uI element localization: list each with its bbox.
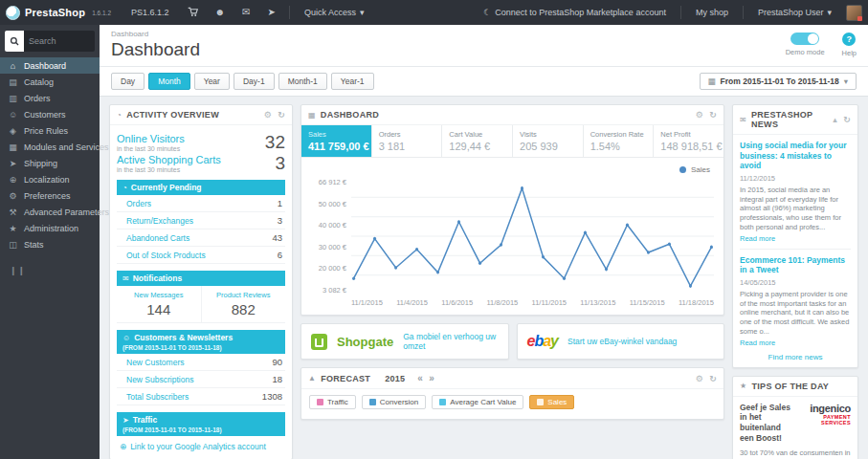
news-panel-icon: ✉	[740, 116, 746, 124]
currently-pending-header: ◔ Currently Pending	[117, 180, 285, 195]
search-icon[interactable]	[5, 31, 24, 52]
product-reviews-stat[interactable]: Product Reviews 882	[201, 286, 286, 322]
gear-icon[interactable]: ⚙	[696, 374, 703, 383]
sidebar-item-price-rules[interactable]: ◈ Price Rules	[0, 122, 100, 139]
new-customers-link[interactable]: New Customers	[126, 358, 184, 367]
online-visitors-value: 32	[265, 133, 285, 151]
sidebar-item-advanced-parameters[interactable]: ⚒ Advanced Parameters	[0, 204, 100, 220]
x-tick: 11/11/2015	[532, 298, 567, 307]
kpi-orders[interactable]: Orders 3 181	[372, 125, 443, 157]
total-subscribers-link[interactable]: Total Subscribers	[126, 392, 189, 402]
forecast-chip-conversion[interactable]: Conversion	[362, 395, 426, 409]
launch-icon[interactable]: ➤	[263, 8, 278, 17]
forecast-chip-sales[interactable]: Sales	[529, 395, 574, 409]
sidebar-item-stats[interactable]: ◫ Stats	[0, 236, 100, 252]
refresh-icon[interactable]: ↻	[278, 110, 285, 120]
search-input[interactable]	[24, 36, 95, 46]
new-messages-stat[interactable]: New Messages 144	[117, 286, 201, 322]
active-carts-label: Active Shopping Carts	[117, 154, 221, 165]
shop-name-link[interactable]: PS1.6.1.2	[126, 0, 174, 25]
sidebar-item-administration[interactable]: ★ Administration	[0, 220, 100, 236]
forecast-chip-average-cart-value[interactable]: Average Cart Value	[432, 395, 523, 409]
collapse-icon[interactable]: ▴	[833, 115, 837, 124]
out-of-stock-link[interactable]: Out of Stock Products	[126, 251, 206, 260]
prestashop-news-panel: ✉ PRESTASHOP NEWS ▴ ↻ Using social media…	[732, 104, 858, 368]
user-avatar[interactable]	[846, 5, 862, 21]
kpi-conversion-rate[interactable]: Conversion Rate 1.54%	[584, 125, 655, 157]
new-customers-value: 90	[272, 357, 282, 367]
refresh-icon[interactable]: ↻	[843, 115, 851, 124]
demo-mode-toggle[interactable]	[790, 33, 819, 45]
sidebar-item-localization[interactable]: ⊕ Localization	[0, 171, 100, 187]
modules-icon: ▦	[8, 142, 18, 152]
topbar-separator	[680, 6, 681, 19]
x-tick: 11/4/2015	[396, 298, 428, 307]
sidebar-item-customers[interactable]: ☺ Customers	[0, 106, 100, 122]
filter-year-button[interactable]: Year	[194, 73, 230, 90]
sidebar-item-catalog[interactable]: ▤ Catalog	[0, 74, 100, 90]
moon-icon: ☾	[483, 8, 491, 17]
filter-month-1-button[interactable]: Month-1	[278, 73, 327, 90]
gear-icon[interactable]: ⚙	[264, 110, 272, 120]
user-menu[interactable]: PrestaShop User ▾	[753, 0, 836, 25]
pending-returns-link[interactable]: Return/Exchanges	[126, 216, 193, 226]
cart-icon[interactable]	[184, 7, 202, 19]
new-subscriptions-link[interactable]: New Subscriptions	[126, 375, 193, 384]
news-article-headline[interactable]: Using social media for your business: 4 …	[740, 141, 851, 171]
chart-plot-area	[351, 178, 714, 295]
tips-body-text: 30 tot 70% van de consumenten in Europa …	[740, 448, 851, 459]
news-article-headline[interactable]: Ecommerce 101: Payments in a Tweet	[740, 255, 851, 275]
kpi-label: Orders	[379, 130, 435, 139]
active-carts-stat[interactable]: Active Shopping Carts in the last 30 min…	[117, 154, 285, 173]
read-more-link[interactable]: Read more	[740, 339, 775, 347]
pending-orders-link[interactable]: Orders	[126, 199, 151, 208]
product-reviews-value: 882	[204, 301, 284, 317]
filter-day-button[interactable]: Day	[111, 73, 145, 90]
forecast-next-button[interactable]: »	[429, 373, 434, 383]
ebay-module-link[interactable]: Start uw eBay-winkel vandaag	[568, 337, 677, 346]
filter-month-button[interactable]: Month	[148, 73, 190, 90]
help-icon[interactable]: ?	[842, 33, 856, 46]
marketplace-connect-link[interactable]: ☾ Connect to PrestaShop Marketplace acco…	[479, 0, 671, 25]
active-carts-sub: in the last 30 minutes	[117, 166, 221, 173]
breadcrumb[interactable]: Dashboard	[111, 30, 857, 38]
filter-year-1-button[interactable]: Year-1	[331, 73, 374, 90]
marketplace-link-label: Connect to PrestaShop Marketplace accoun…	[495, 8, 666, 17]
catalog-icon: ▤	[8, 77, 18, 87]
date-range-picker[interactable]: ▦ From 2015-11-01 To 2015-11-18 ▾	[700, 73, 857, 90]
sidebar-item-dashboard[interactable]: ⌂ Dashboard	[0, 57, 100, 74]
sidebar-item-orders[interactable]: ▥ Orders	[0, 90, 100, 106]
kpi-cart-value[interactable]: Cart Value 129,44 €	[442, 125, 513, 157]
my-shop-link[interactable]: My shop	[691, 0, 733, 25]
gear-icon[interactable]: ⚙	[696, 110, 703, 120]
employee-icon[interactable]: ☻	[211, 8, 230, 17]
refresh-icon[interactable]: ↻	[709, 374, 717, 383]
kpi-visits[interactable]: Visits 205 939	[513, 125, 584, 157]
online-visitors-stat[interactable]: Online Visitors in the last 30 minutes 3…	[117, 133, 285, 152]
filter-day-1-button[interactable]: Day-1	[234, 73, 275, 90]
abandoned-carts-link[interactable]: Abandoned Carts	[126, 233, 189, 243]
shopgate-module-link[interactable]: Ga mobiel en verhoog uw omzet	[403, 332, 498, 351]
messages-icon[interactable]: ✉	[238, 8, 254, 17]
kpi-sales[interactable]: Sales 411 759,00 €	[301, 125, 372, 157]
advanced-parameters-icon: ⚒	[8, 208, 18, 217]
read-more-link[interactable]: Read more	[740, 234, 775, 243]
google-analytics-link[interactable]: ⊕ Link to your Google Analytics account	[117, 436, 285, 453]
refresh-icon[interactable]: ↻	[709, 110, 717, 120]
sidebar-item-modules[interactable]: ▦ Modules and Services	[0, 139, 100, 155]
dashboard-panel-icon: ▦	[308, 111, 316, 120]
kpi-net-profit[interactable]: Net Profit 148 918,51 €	[654, 125, 723, 157]
sidebar-collapse-button[interactable]: ❙❙	[0, 252, 100, 289]
sidebar-item-preferences[interactable]: ⚙ Preferences	[0, 187, 100, 204]
sidebar-search	[5, 31, 95, 52]
localization-icon: ⊕	[8, 175, 18, 185]
sidebar-item-shipping[interactable]: ➤ Shipping	[0, 155, 100, 171]
find-more-news-link[interactable]: Find more news	[740, 353, 851, 361]
forecast-prev-button[interactable]: «	[417, 373, 423, 383]
quick-access-menu[interactable]: Quick Access ▾	[300, 0, 369, 25]
forecast-chip-traffic[interactable]: Traffic	[309, 395, 356, 409]
forecast-year: 2015	[385, 374, 405, 383]
chip-label: Sales	[547, 398, 567, 406]
new-messages-value: 144	[119, 301, 199, 317]
prestashop-logo[interactable]: PrestaShop 1.6.1.2	[6, 6, 117, 20]
